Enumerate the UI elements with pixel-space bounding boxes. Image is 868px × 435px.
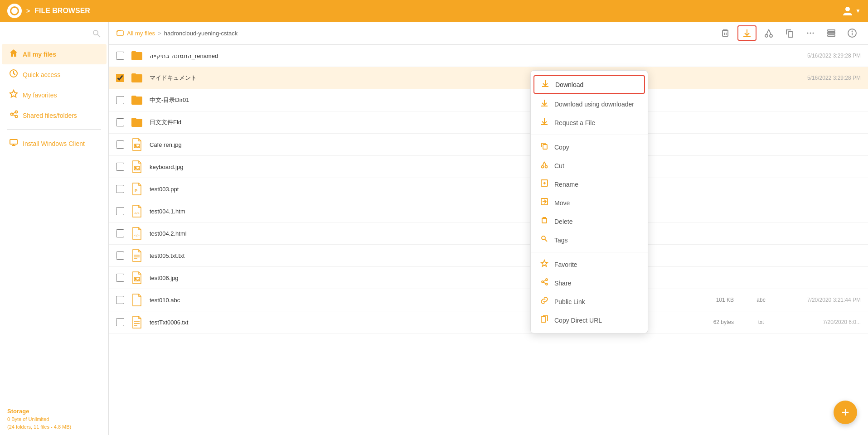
file-checkbox[interactable] [116, 118, 124, 126]
sidebar-item-quick-access-label: Quick access [23, 71, 60, 78]
breadcrumb-root[interactable]: All my files [127, 30, 155, 37]
file-size: 101 KB [698, 297, 734, 303]
svg-rect-14 [723, 31, 728, 36]
user-menu-button[interactable]: ▼ [842, 5, 861, 17]
delete-button[interactable] [717, 26, 734, 40]
ctx-public-link[interactable]: Public Link [531, 292, 648, 311]
download-button[interactable] [737, 25, 756, 41]
folder-icon [130, 48, 144, 63]
svg-point-65 [546, 279, 548, 280]
text-doc-file-icon [130, 315, 144, 329]
file-checkbox[interactable] [116, 207, 124, 215]
ctx-tags[interactable]: Tags [531, 231, 648, 249]
logo-inner [10, 6, 19, 15]
ctx-cut-icon [540, 160, 549, 171]
file-row[interactable]: </> test004.1.htm [109, 200, 868, 222]
file-size: 62 bytes [698, 319, 734, 325]
info-button[interactable] [844, 26, 861, 40]
ctx-tags-label: Tags [554, 237, 568, 244]
image-file-icon [130, 137, 144, 152]
file-row[interactable]: keyboard.jpg [109, 156, 868, 178]
ctx-delete[interactable]: Delete [531, 212, 648, 231]
svg-point-0 [845, 7, 850, 11]
file-name: test004.2.html [150, 230, 861, 237]
file-checkbox[interactable] [116, 229, 124, 237]
svg-point-1 [93, 30, 98, 35]
user-dropdown-arrow: ▼ [855, 8, 861, 14]
breadcrumb-icon [116, 29, 124, 38]
folder-icon [130, 93, 144, 107]
list-view-button[interactable] [823, 26, 840, 40]
search-icon[interactable] [92, 29, 101, 40]
sidebar-item-quick-access[interactable]: Quick access [2, 64, 107, 85]
file-checkbox[interactable] [116, 74, 124, 82]
file-row[interactable]: Café ren.jpg [109, 134, 868, 156]
copy-button[interactable] [781, 26, 798, 40]
file-date: 7/20/2020 6:0... [788, 319, 861, 325]
svg-rect-60 [542, 218, 547, 223]
file-checkbox[interactable] [116, 296, 124, 304]
ctx-divider-2 [531, 252, 648, 252]
sidebar-item-install-windows[interactable]: Install Windows Client [2, 133, 107, 154]
ctx-download[interactable]: Download [533, 75, 645, 94]
shared-icon [9, 110, 18, 121]
svg-point-66 [546, 283, 548, 285]
file-row[interactable]: test010.abc 101 KB abc 7/20/2020 3:21:44… [109, 289, 868, 311]
ctx-share-label: Share [554, 280, 571, 287]
ctx-move-label: Move [554, 199, 570, 207]
file-meta: 5/16/2022 3:29:28 PM [788, 53, 861, 59]
breadcrumb-separator: > [158, 30, 161, 37]
file-row[interactable]: test006.jpg [109, 267, 868, 289]
ctx-copy[interactable]: Copy [531, 138, 648, 156]
topbar-arrow: > [26, 7, 30, 14]
svg-point-19 [770, 34, 772, 37]
more-button[interactable] [802, 26, 819, 40]
file-checkbox[interactable] [116, 52, 124, 60]
breadcrumb: All my files > hadroncloud-yuening-cstac… [116, 29, 238, 38]
ctx-request-file-label: Request a File [554, 119, 595, 126]
ctx-favorite[interactable]: Favorite [531, 255, 648, 274]
home-icon [9, 48, 18, 60]
ctx-download-downloader[interactable]: Download using downloader [531, 95, 648, 113]
ctx-cut[interactable]: Cut [531, 156, 648, 175]
file-row[interactable]: test005.txt.txt [109, 245, 868, 267]
file-checkbox[interactable] [116, 96, 124, 104]
svg-line-67 [543, 280, 546, 281]
code-file-icon: </> [130, 226, 144, 241]
cut-button[interactable] [760, 26, 777, 40]
file-checkbox[interactable] [116, 140, 124, 149]
ctx-rename[interactable]: Rename [531, 175, 648, 193]
file-checkbox[interactable] [116, 251, 124, 260]
ctx-copy-direct-url[interactable]: Copy Direct URL [531, 311, 648, 329]
ctx-copy-icon [540, 142, 549, 152]
fab-add-button[interactable]: + [834, 401, 857, 424]
file-checkbox[interactable] [116, 274, 124, 282]
ctx-request-file[interactable]: Request a File [531, 113, 648, 132]
file-row[interactable]: P test003.ppt [109, 178, 868, 200]
ctx-share[interactable]: Share [531, 274, 648, 292]
file-row[interactable]: 中文-目录Dir01 [109, 89, 868, 111]
file-row[interactable]: 日文文件Fld [109, 111, 868, 134]
file-row[interactable]: </> test004.2.html [109, 222, 868, 245]
file-row[interactable]: התמונה בתיקייה_renamed 5/16/2022 3:29:28… [109, 45, 868, 67]
ctx-move[interactable]: Move [531, 193, 648, 212]
svg-line-62 [545, 240, 548, 242]
svg-point-23 [807, 33, 809, 34]
svg-rect-28 [828, 35, 835, 36]
sidebar-item-my-favorites-label: My favorites [23, 92, 57, 99]
svg-line-21 [769, 29, 771, 34]
sidebar-item-all-my-files[interactable]: All my files [2, 44, 107, 64]
sidebar-item-my-favorites[interactable]: My favorites [2, 85, 107, 105]
text-file-icon [130, 248, 144, 263]
storage-info: Storage 0 Byte of Unlimited (24 folders,… [0, 402, 108, 435]
sidebar-item-shared[interactable]: Shared files/folders [2, 105, 107, 126]
file-row[interactable]: testTxt0006.txt 62 bytes txt 7/20/2020 6… [109, 311, 868, 334]
file-checkbox[interactable] [116, 185, 124, 193]
ctx-favorite-label: Favorite [554, 261, 577, 268]
svg-line-68 [543, 282, 546, 284]
file-checkbox[interactable] [116, 163, 124, 171]
file-row[interactable]: マイドキュメント 5/16/2022 3:29:28 PM [109, 67, 868, 89]
file-checkbox[interactable] [116, 318, 124, 326]
storage-files-info: (24 folders, 11 files - 4.8 MB) [7, 423, 101, 431]
code-file-icon: </> [130, 204, 144, 218]
